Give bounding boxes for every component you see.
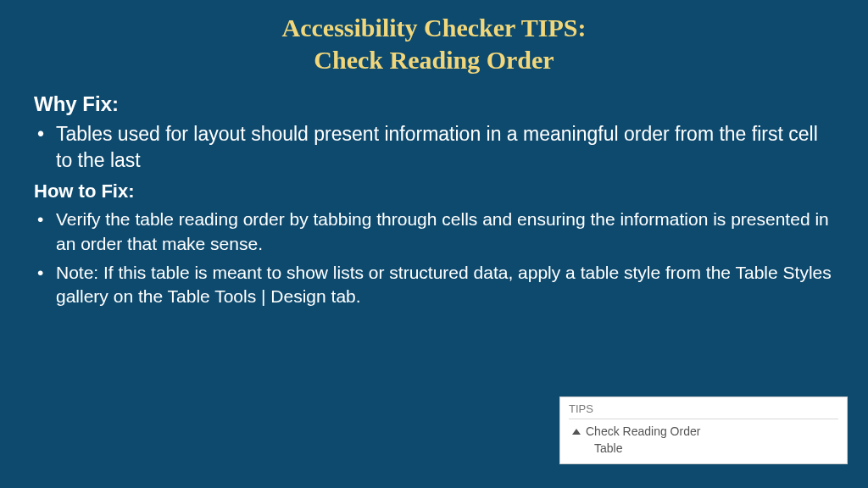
how-to-fix-heading: How to Fix: (34, 179, 834, 204)
tips-panel: TIPS Check Reading Order Table (559, 396, 848, 464)
list-item: Verify the table reading order by tabbin… (34, 208, 834, 256)
tips-item-label: Check Reading Order (586, 424, 700, 438)
how-to-fix-list: Verify the table reading order by tabbin… (34, 208, 834, 308)
list-item: Tables used for layout should present in… (34, 121, 834, 174)
expand-caret-icon (572, 429, 581, 435)
list-item: Note: If this table is meant to show lis… (34, 261, 834, 309)
slide-body: Why Fix: Tables used for layout should p… (0, 75, 868, 309)
tips-panel-header: TIPS (569, 402, 838, 419)
tips-panel-subitem[interactable]: Table (569, 440, 838, 457)
title-line-2: Check Reading Order (0, 44, 868, 76)
why-fix-heading: Why Fix: (34, 91, 834, 118)
slide-title: Accessibility Checker TIPS: Check Readin… (0, 0, 868, 75)
tips-panel-item[interactable]: Check Reading Order (569, 423, 838, 440)
title-line-1: Accessibility Checker TIPS: (0, 12, 868, 44)
why-fix-list: Tables used for layout should present in… (34, 121, 834, 174)
tips-subitem-label: Table (594, 441, 622, 455)
